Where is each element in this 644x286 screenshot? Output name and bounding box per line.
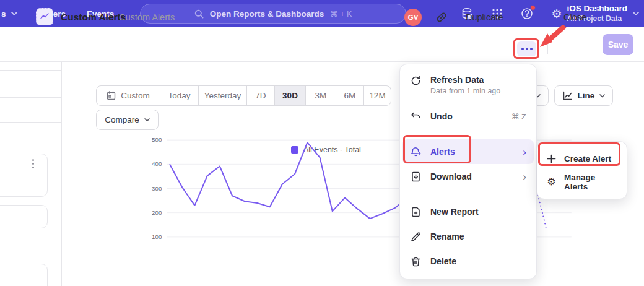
plus-icon [546, 154, 557, 164]
menu-shortcut: ⌘ Z [511, 112, 526, 121]
menu-item-sub: Data from 1 min ago [430, 87, 500, 95]
new-report-icon [410, 206, 422, 218]
submenu-caret: › [523, 147, 526, 157]
save-button[interactable]: Save [603, 34, 633, 55]
report-type-icon [36, 8, 53, 25]
menu-item-download[interactable]: Download › [400, 164, 536, 189]
copy-link-icon[interactable] [435, 11, 448, 24]
report-options-menu: Refresh Data Data from 1 min ago Undo ⌘ … [399, 64, 537, 279]
menu-item-text: Refresh Data Data from 1 min ago [430, 75, 500, 95]
close-button[interactable]: Close [564, 12, 586, 22]
menu-item-label: Delete [430, 256, 456, 266]
submenu-item-create-alert[interactable]: Create Alert [537, 147, 627, 170]
bell-plus-icon [410, 146, 422, 158]
y-axis-tick: 200 [152, 209, 162, 216]
y-axis-tick: 300 [152, 185, 162, 192]
y-axis-tick: 400 [152, 160, 162, 167]
y-axis-tick: 500 [152, 136, 162, 143]
nav-truncated-label: s [1, 9, 6, 19]
menu-item-new-report[interactable]: New Report [400, 199, 536, 224]
help-icon[interactable] [520, 7, 534, 20]
menu-item-label: Alerts [430, 147, 455, 157]
breadcrumb: Custom Alerts [119, 12, 175, 22]
menu-item-refresh-data[interactable]: Refresh Data Data from 1 min ago [400, 69, 536, 104]
menu-divider [400, 194, 536, 194]
refresh-icon [410, 75, 422, 87]
submenu-item-label: Manage Alerts [564, 173, 618, 191]
chevron-down-icon [633, 12, 639, 15]
menu-item-alerts[interactable]: Alerts › [402, 139, 534, 164]
submenu-item-manage-alerts[interactable]: ⚙ Manage Alerts [537, 170, 627, 194]
search-icon [194, 9, 204, 19]
pencil-icon [410, 231, 422, 243]
page-title: Custom Alerts [61, 12, 126, 23]
y-axis-tick: 100 [152, 233, 162, 240]
line-chart-glyph [40, 12, 50, 22]
menu-item-label: Rename [430, 232, 464, 241]
search-shortcut: ⌘ + K [330, 9, 352, 19]
alerts-submenu: Create Alert ⚙ Manage Alerts [537, 141, 627, 199]
nav-item-truncated[interactable]: s [0, 9, 17, 19]
global-search-input[interactable]: Open Reports & Dashboards ⌘ + K [140, 4, 406, 24]
header-divider [547, 36, 548, 54]
submenu-caret: › [523, 171, 526, 182]
duplicate-button[interactable]: Duplicate [466, 12, 503, 22]
menu-item-label: New Report [430, 207, 479, 217]
menu-item-delete[interactable]: Delete [400, 249, 536, 274]
settings-gear-icon[interactable]: ⚙ [550, 7, 564, 20]
download-icon [410, 171, 422, 183]
menu-item-label: Download [430, 171, 472, 181]
gear-icon: ⚙ [546, 177, 557, 188]
menu-divider [400, 134, 536, 134]
chevron-down-icon [11, 12, 17, 15]
menu-item-rename[interactable]: Rename [400, 224, 536, 249]
trash-icon [410, 256, 422, 267]
notification-dot [530, 5, 536, 11]
avatar[interactable]: GV [404, 9, 422, 26]
undo-icon [410, 111, 422, 123]
more-options-button[interactable] [517, 41, 536, 56]
menu-item-label: Undo [430, 111, 453, 121]
menu-item-undo[interactable]: Undo ⌘ Z [400, 104, 536, 129]
submenu-item-label: Create Alert [564, 154, 611, 163]
app-window: s Users Events Open Reports & Dashboards… [0, 0, 644, 286]
menu-item-label: Refresh Data [430, 75, 500, 85]
search-placeholder: Open Reports & Dashboards [210, 9, 324, 19]
